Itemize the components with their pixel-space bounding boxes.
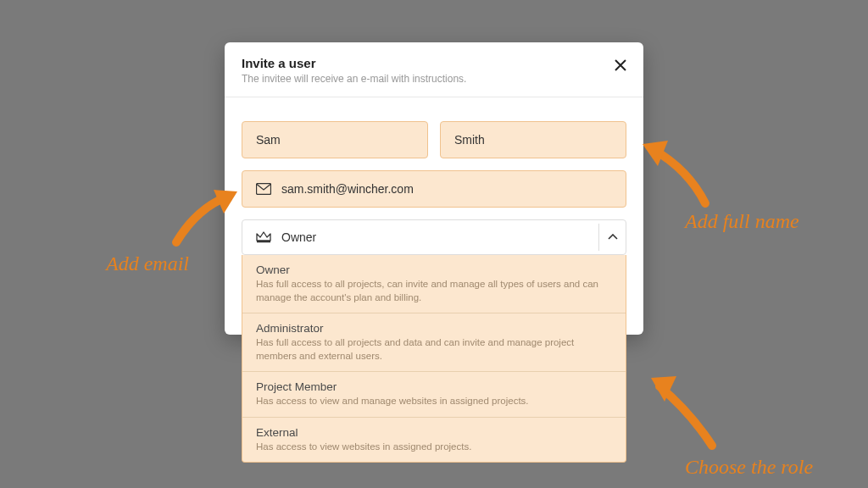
modal-header: Invite a user The invitee will receive a… [225, 42, 643, 97]
annotation-email: Add email [106, 252, 189, 275]
annotation-name: Add full name [685, 210, 799, 233]
arrow-icon [637, 136, 714, 212]
email-value: sam.smith@wincher.com [281, 182, 414, 196]
role-option-title: Owner [256, 263, 612, 276]
role-selected-value: Owner [281, 230, 316, 244]
role-option-owner[interactable]: Owner Has full access to all projects, c… [242, 255, 626, 313]
close-icon [615, 59, 626, 71]
role-select-toggle[interactable] [598, 224, 626, 251]
role-option-desc: Has full access to all projects and data… [256, 336, 612, 363]
annotation-role: Choose the role [685, 456, 813, 479]
role-option-project-member[interactable]: Project Member Has access to view and ma… [242, 372, 626, 418]
first-name-value: Sam [256, 133, 281, 147]
role-option-administrator[interactable]: Administrator Has full access to all pro… [242, 313, 626, 372]
modal-title: Invite a user [242, 56, 626, 70]
role-option-desc: Has access to view and manage websites i… [256, 395, 612, 408]
role-select[interactable]: Owner [242, 219, 626, 255]
role-option-external[interactable]: External Has access to view websites in … [242, 418, 626, 463]
last-name-value: Smith [454, 133, 485, 147]
role-dropdown: Owner Has full access to all projects, c… [242, 255, 626, 463]
role-option-desc: Has full access to all projects, can inv… [256, 278, 612, 304]
chevron-up-icon [608, 234, 618, 241]
role-option-title: Project Member [256, 380, 612, 393]
role-option-title: External [256, 426, 612, 439]
crown-icon [256, 230, 271, 244]
arrow-icon [646, 368, 722, 452]
first-name-input[interactable]: Sam [242, 121, 428, 158]
role-option-title: Administrator [256, 322, 612, 335]
modal-subtitle: The invitee will receive an e-mail with … [242, 73, 626, 85]
email-input[interactable]: sam.smith@wincher.com [242, 170, 626, 208]
modal-body: Sam Smith sam.smith@wincher.com Owner [225, 97, 643, 335]
invite-user-modal: Invite a user The invitee will receive a… [225, 42, 643, 335]
arrow-icon [171, 185, 242, 249]
last-name-input[interactable]: Smith [440, 121, 626, 158]
close-button[interactable] [611, 56, 630, 75]
role-option-desc: Has access to view websites in assigned … [256, 441, 612, 454]
mail-icon [256, 183, 271, 195]
